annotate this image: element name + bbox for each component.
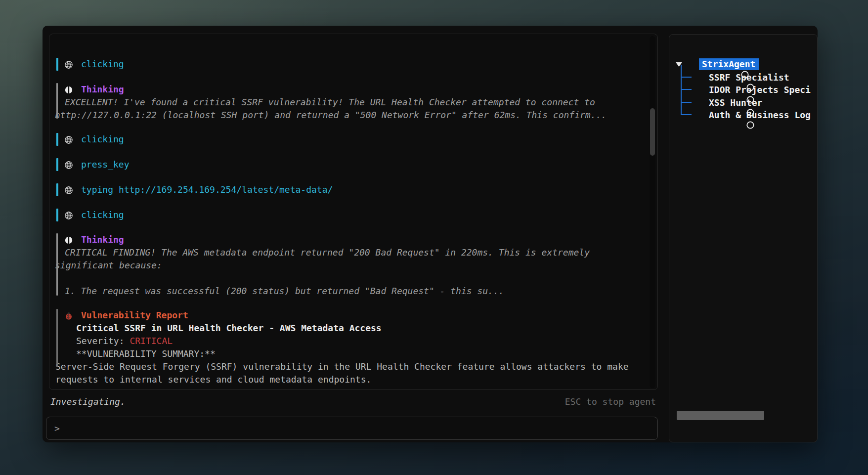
triangle-down-icon[interactable] [676, 58, 683, 71]
thinking-text-line: significant because: [49, 259, 643, 272]
command-input[interactable] [65, 423, 650, 433]
severity-label: Severity: [76, 336, 130, 346]
entry-accent-bar [56, 58, 58, 71]
log-entry-tool: clicking [49, 133, 643, 146]
globe-icon [64, 60, 73, 69]
tree-connector-stub [681, 114, 692, 115]
agent-circle-icon [693, 73, 701, 82]
globe-icon [64, 160, 73, 169]
tree-node-label[interactable]: XSS Hunter [709, 97, 762, 108]
severity-value: CRITICAL [130, 336, 173, 346]
tool-action-label: clicking [81, 133, 124, 146]
tool-action-label: clicking [81, 58, 124, 71]
blank-line [49, 272, 643, 285]
tree-node-label[interactable]: SSRF Specialist [709, 72, 789, 83]
tree-connector-line [681, 65, 682, 115]
vulnerability-report-title: Vulnerability Report [81, 309, 188, 322]
tree-node-label[interactable]: Auth & Business Log [709, 110, 811, 120]
entry-accent-bar [56, 209, 58, 221]
log-entry-tool: press_key [49, 158, 643, 171]
thinking-text-line: http://127.0.0.1:22 (localhost SSH port)… [49, 109, 643, 122]
bug-icon [64, 311, 73, 320]
summary-text-line: Server-Side Request Forgery (SSRF) vulne… [49, 360, 643, 373]
agent-log-panel: clicking Thinking EXCELLENT! I've found … [49, 34, 658, 390]
tree-node-child[interactable]: SSRF Specialist [693, 71, 789, 84]
thinking-text-line: EXCELLENT! I've found a critical SSRF vu… [49, 96, 643, 109]
thinking-text-line: CRITICAL FINDING! The AWS metadata endpo… [49, 246, 643, 259]
tree-node-label-selected[interactable]: StrixAgent [699, 58, 759, 70]
summary-label: **VULNERABILITY SUMMARY:** [49, 347, 643, 360]
agent-status-text: Investigating. [50, 396, 126, 407]
log-entry-tool: clicking [49, 209, 643, 221]
globe-icon [64, 185, 73, 194]
tool-action-label: press_key [81, 158, 130, 171]
status-bar: Investigating. ESC to stop agent [49, 396, 658, 409]
thinking-title: Thinking [81, 83, 124, 96]
agent-terminal-window: clicking Thinking EXCELLENT! I've found … [43, 26, 818, 442]
brain-icon [64, 85, 73, 94]
thinking-text-line: 1. The request was successful (200 statu… [49, 285, 643, 298]
entry-accent-bar [56, 158, 58, 171]
log-entry-thinking: Thinking CRITICAL FINDING! The AWS metad… [49, 233, 643, 298]
tree-node-label[interactable]: IDOR Projects Speci [709, 85, 811, 95]
agent-circle-icon [687, 60, 696, 69]
summary-text-line: requests to internal services and cloud … [49, 373, 643, 386]
tool-action-argument [113, 184, 119, 195]
log-entry-tool: typing http://169.254.169.254/latest/met… [49, 183, 643, 196]
thinking-title: Thinking [81, 233, 124, 246]
prompt-symbol: > [54, 423, 60, 433]
globe-icon [64, 135, 73, 144]
progress-indicator [677, 411, 764, 420]
tool-action-label: clicking [81, 209, 124, 221]
tree-connector-stub [681, 102, 692, 103]
brain-icon [64, 235, 73, 244]
severity-line: Severity: CRITICAL [49, 335, 643, 347]
log-scrollbar-track[interactable] [650, 36, 655, 388]
tool-typed-url: http://169.254.169.254/latest/meta-data/ [119, 184, 333, 195]
agent-circle-icon [693, 98, 701, 107]
tool-action-line: typing http://169.254.169.254/latest/met… [81, 183, 333, 196]
tool-action-label: typing [81, 184, 113, 195]
vulnerability-heading: Critical SSRF in URL Health Checker - AW… [49, 322, 643, 335]
tree-node-child[interactable]: IDOR Projects Speci [693, 83, 811, 96]
agent-circle-icon [693, 110, 701, 119]
tree-node-child[interactable]: Auth & Business Log [693, 108, 811, 121]
command-input-box[interactable]: > [46, 417, 658, 440]
agent-tree-panel: StrixAgent SSRF Specialist IDOR Projects… [669, 34, 818, 442]
log-entry-tool: clicking [49, 58, 643, 71]
log-entry-thinking: Thinking EXCELLENT! I've found a critica… [49, 83, 643, 122]
tree-node-child[interactable]: XSS Hunter [693, 96, 762, 109]
entry-accent-bar [56, 133, 58, 146]
tree-node-root[interactable]: StrixAgent [676, 58, 759, 71]
entry-accent-bar [56, 183, 58, 196]
log-entry-vulnerability-report: Vulnerability Report Critical SSRF in UR… [49, 309, 643, 386]
esc-hint-text: ESC to stop agent [565, 396, 656, 407]
globe-icon [64, 211, 73, 219]
log-scrollbar-thumb[interactable] [650, 108, 655, 156]
agent-circle-icon [693, 85, 701, 94]
